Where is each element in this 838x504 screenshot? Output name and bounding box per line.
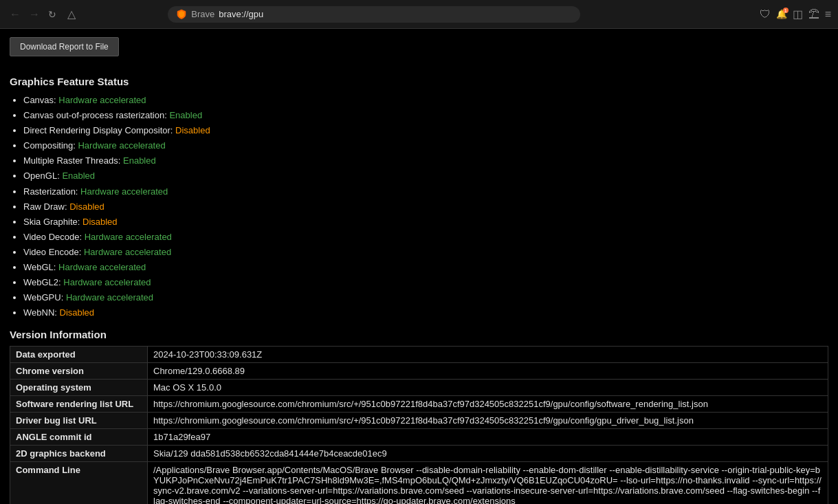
- row-value: https://chromium.googlesource.com/chromi…: [148, 396, 828, 413]
- split-view-icon[interactable]: ◫: [793, 8, 803, 21]
- feature-label: WebNN:: [23, 307, 60, 318]
- browser-actions: 🛡 🔔 1 ◫ ⛱ ≡: [760, 8, 831, 21]
- feature-value: Hardware accelerated: [58, 95, 146, 105]
- row-key: 2D graphics backend: [10, 446, 148, 462]
- browser-chrome: ← → ↻ △ Brave brave://gpu 🛡 🔔 1 ◫ ⛱ ≡: [0, 0, 838, 29]
- graphics-feature-item: Video Decode: Hardware accelerated: [23, 230, 828, 245]
- feature-label: OpenGL:: [23, 171, 62, 181]
- table-row: Command Line/Applications/Brave Browser.…: [10, 462, 828, 504]
- graphics-feature-item: WebGL2: Hardware accelerated: [23, 275, 828, 290]
- graphics-feature-item: Canvas out-of-process rasterization: Ena…: [23, 108, 828, 123]
- row-key: Software rendering list URL: [10, 396, 148, 413]
- feature-value: Disabled: [175, 125, 210, 135]
- back-button[interactable]: ←: [7, 7, 23, 22]
- refresh-button[interactable]: ↻: [45, 8, 59, 21]
- feature-label: Rasterization:: [23, 186, 80, 197]
- table-row: Chrome versionChrome/129.0.6668.89: [10, 363, 828, 380]
- row-value: Skia/129 dda581d538cb6532cda841444e7b4ce…: [148, 446, 828, 462]
- table-row: Driver bug list URLhttps://chromium.goog…: [10, 413, 828, 429]
- row-value: 2024-10-23T00:33:09.631Z: [148, 347, 828, 363]
- browser-name-label: Brave: [191, 9, 214, 19]
- feature-value: Hardware accelerated: [85, 232, 172, 242]
- feature-label: Raw Draw:: [23, 201, 69, 212]
- graphics-feature-item: OpenGL: Enabled: [23, 168, 828, 184]
- table-row: 2D graphics backendSkia/129 dda581d538cb…: [10, 446, 828, 462]
- feature-value: Enabled: [123, 155, 156, 166]
- graphics-feature-item: Canvas: Hardware accelerated: [23, 93, 828, 108]
- feature-value: Hardware accelerated: [63, 277, 151, 287]
- feature-label: WebGPU:: [23, 292, 66, 303]
- brave-shield-icon: [176, 9, 187, 20]
- nav-buttons: ← → ↻: [7, 7, 59, 22]
- feature-label: Multiple Raster Threads:: [23, 155, 123, 166]
- row-value: /Applications/Brave Browser.app/Contents…: [148, 462, 828, 504]
- notification-icon[interactable]: 🔔 1: [776, 9, 787, 19]
- download-report-button[interactable]: Download Report to File: [10, 37, 119, 56]
- row-key: Chrome version: [10, 363, 148, 380]
- feature-value: Disabled: [60, 307, 95, 318]
- row-key: Command Line: [10, 462, 148, 504]
- row-key: Operating system: [10, 380, 148, 396]
- sidebar-icon[interactable]: ⛱: [808, 8, 819, 21]
- feature-value: Hardware accelerated: [84, 247, 171, 257]
- row-value: 1b71a29fea97: [148, 429, 828, 446]
- graphics-feature-item: Video Encode: Hardware accelerated: [23, 245, 828, 260]
- graphics-feature-item: Skia Graphite: Disabled: [23, 215, 828, 230]
- feature-value: Hardware accelerated: [66, 292, 153, 303]
- brave-shield-toolbar-icon[interactable]: 🛡: [760, 8, 771, 21]
- table-row: Data exported2024-10-23T00:33:09.631Z: [10, 347, 828, 363]
- feature-value: Disabled: [69, 201, 104, 212]
- menu-icon[interactable]: ≡: [825, 8, 831, 21]
- table-row: ANGLE commit id1b71a29fea97: [10, 429, 828, 446]
- row-key: Data exported: [10, 347, 148, 363]
- forward-button[interactable]: →: [26, 7, 43, 22]
- table-row: Software rendering list URLhttps://chrom…: [10, 396, 828, 413]
- feature-label: Video Encode:: [23, 247, 84, 257]
- row-value: https://chromium.googlesource.com/chromi…: [148, 413, 828, 429]
- url-display: brave://gpu: [219, 9, 263, 19]
- graphics-feature-item: WebNN: Disabled: [23, 305, 828, 320]
- feature-value: Enabled: [62, 171, 95, 181]
- feature-label: Direct Rendering Display Compositor:: [23, 125, 175, 135]
- graphics-feature-list: Canvas: Hardware acceleratedCanvas out-o…: [23, 93, 828, 320]
- feature-value: Enabled: [169, 110, 202, 120]
- feature-label: Video Decode:: [23, 232, 85, 242]
- row-value: Chrome/129.0.6668.89: [148, 363, 828, 380]
- graphics-feature-item: Multiple Raster Threads: Enabled: [23, 153, 828, 168]
- feature-value: Disabled: [82, 217, 118, 227]
- version-section-title: Version Information: [10, 329, 828, 340]
- feature-label: Canvas out-of-process rasterization:: [23, 110, 169, 120]
- feature-value: Hardware accelerated: [78, 140, 165, 151]
- feature-value: Hardware accelerated: [58, 262, 146, 272]
- graphics-feature-item: WebGPU: Hardware accelerated: [23, 290, 828, 305]
- graphics-feature-item: Compositing: Hardware accelerated: [23, 138, 828, 153]
- graphics-feature-item: Raw Draw: Disabled: [23, 199, 828, 215]
- row-key: Driver bug list URL: [10, 413, 148, 429]
- address-bar[interactable]: Brave brave://gpu: [168, 6, 580, 23]
- table-row: Operating systemMac OS X 15.0.0: [10, 380, 828, 396]
- feature-label: WebGL2:: [23, 277, 63, 287]
- version-table: Data exported2024-10-23T00:33:09.631ZChr…: [10, 346, 828, 504]
- row-value: Mac OS X 15.0.0: [148, 380, 828, 396]
- feature-value: Hardware accelerated: [80, 186, 168, 197]
- graphics-feature-item: Rasterization: Hardware accelerated: [23, 184, 828, 199]
- page-content: Download Report to File Graphics Feature…: [0, 29, 838, 504]
- feature-label: Compositing:: [23, 140, 78, 151]
- notification-badge: 1: [783, 8, 789, 13]
- row-key: ANGLE commit id: [10, 429, 148, 446]
- graphics-feature-item: WebGL: Hardware accelerated: [23, 260, 828, 275]
- feature-label: Canvas:: [23, 95, 58, 105]
- feature-label: Skia Graphite:: [23, 217, 82, 227]
- graphics-section-title: Graphics Feature Status: [10, 76, 828, 87]
- bookmark-icon[interactable]: △: [67, 8, 76, 21]
- graphics-feature-item: Direct Rendering Display Compositor: Dis…: [23, 123, 828, 138]
- feature-label: WebGL:: [23, 262, 58, 272]
